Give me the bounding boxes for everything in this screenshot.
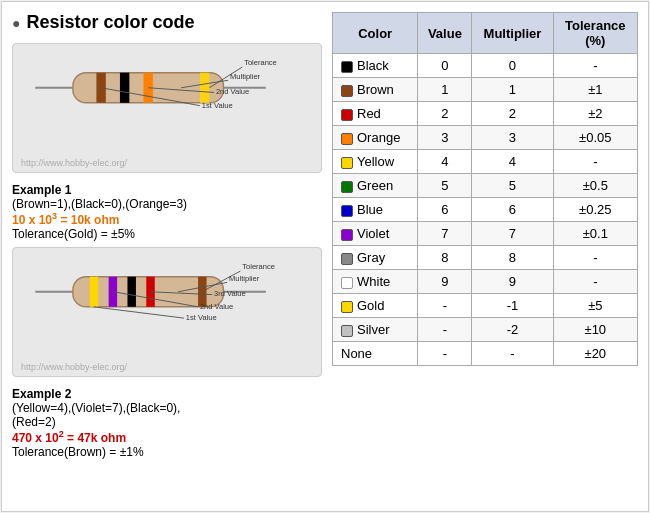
example2-formula: (Yellow=4),(Violet=7),(Black=0), — [12, 401, 322, 415]
example1-calc-suffix: = 10k ohm — [57, 213, 119, 227]
example1-calc: 10 x 103 = 10k ohm — [12, 211, 322, 227]
cell-color: Brown — [333, 78, 418, 102]
example2-box: Example 2 (Yellow=4),(Violet=7),(Black=0… — [12, 383, 322, 459]
table-row: Gray88- — [333, 246, 638, 270]
example1-title: Example 1 — [12, 183, 322, 197]
cell-color: Gray — [333, 246, 418, 270]
cell-tolerance: - — [553, 54, 637, 78]
cell-color: Blue — [333, 198, 418, 222]
resistor-url-1: http://www.hobby-elec.org/ — [21, 158, 127, 168]
color-swatch — [341, 181, 353, 193]
example2-calc: 470 x 102 = 47k ohm — [12, 429, 322, 445]
cell-value: 3 — [418, 126, 472, 150]
color-swatch — [341, 133, 353, 145]
table-row: Orange33±0.05 — [333, 126, 638, 150]
cell-tolerance: ±0.1 — [553, 222, 637, 246]
example2-tolerance: Tolerance(Brown) = ±1% — [12, 445, 322, 459]
cell-value: - — [418, 318, 472, 342]
resistor-diagram-2: Tolerance Multiplier 3rd Value 2nd Value… — [12, 247, 322, 377]
svg-rect-5 — [200, 73, 209, 103]
resistor-svg-2: Tolerance Multiplier 3rd Value 2nd Value… — [21, 256, 313, 336]
table-row: Blue66±0.25 — [333, 198, 638, 222]
color-swatch — [341, 205, 353, 217]
cell-multiplier: -1 — [472, 294, 553, 318]
color-swatch — [341, 277, 353, 289]
cell-multiplier: 0 — [472, 54, 553, 78]
cell-value: 7 — [418, 222, 472, 246]
color-swatch — [341, 61, 353, 73]
example1-tolerance: Tolerance(Gold) = ±5% — [12, 227, 322, 241]
example1-formula: (Brown=1),(Black=0),(Orange=3) — [12, 197, 322, 211]
cell-color: Gold — [333, 294, 418, 318]
color-swatch — [341, 85, 353, 97]
cell-color: Yellow — [333, 150, 418, 174]
cell-value: 1 — [418, 78, 472, 102]
cell-tolerance: ±5 — [553, 294, 637, 318]
main-container: ● Resistor color code Tolerance — [1, 1, 649, 512]
table-header-row: Color Value Multiplier Tolerance(%) — [333, 13, 638, 54]
cell-value: - — [418, 294, 472, 318]
left-panel: ● Resistor color code Tolerance — [12, 12, 322, 501]
cell-color: Red — [333, 102, 418, 126]
page-title: ● Resistor color code — [12, 12, 322, 33]
right-panel: Color Value Multiplier Tolerance(%) Blac… — [332, 12, 638, 501]
table-row: Black00- — [333, 54, 638, 78]
svg-rect-3 — [120, 73, 129, 103]
example2-title: Example 2 — [12, 387, 322, 401]
cell-multiplier: 1 — [472, 78, 553, 102]
table-row: None--±20 — [333, 342, 638, 366]
cell-tolerance: ±0.5 — [553, 174, 637, 198]
table-row: Silver--2±10 — [333, 318, 638, 342]
cell-color: Violet — [333, 222, 418, 246]
table-row: Green55±0.5 — [333, 174, 638, 198]
svg-text:Multiplier: Multiplier — [229, 274, 260, 283]
svg-text:Multiplier: Multiplier — [230, 72, 261, 81]
cell-tolerance: ±0.05 — [553, 126, 637, 150]
svg-text:3rd Value: 3rd Value — [214, 289, 246, 298]
cell-color: Orange — [333, 126, 418, 150]
cell-value: 4 — [418, 150, 472, 174]
cell-multiplier: -2 — [472, 318, 553, 342]
col-value: Value — [418, 13, 472, 54]
table-row: Gold--1±5 — [333, 294, 638, 318]
svg-text:Tolerance: Tolerance — [242, 262, 275, 271]
color-swatch — [341, 229, 353, 241]
cell-value: 0 — [418, 54, 472, 78]
color-swatch — [341, 253, 353, 265]
cell-multiplier: 7 — [472, 222, 553, 246]
resistor-diagram-1: Tolerance Multiplier 2nd Value 1st Value… — [12, 43, 322, 173]
table-row: Violet77±0.1 — [333, 222, 638, 246]
cell-value: 6 — [418, 198, 472, 222]
cell-tolerance: - — [553, 246, 637, 270]
cell-multiplier: 5 — [472, 174, 553, 198]
table-row: Yellow44- — [333, 150, 638, 174]
example2-calc-suffix: = 47k ohm — [64, 431, 126, 445]
table-row: Brown11±1 — [333, 78, 638, 102]
cell-value: 2 — [418, 102, 472, 126]
cell-multiplier: 2 — [472, 102, 553, 126]
example1-calc-prefix: 10 x 10 — [12, 213, 52, 227]
cell-tolerance: ±10 — [553, 318, 637, 342]
col-color: Color — [333, 13, 418, 54]
cell-color: White — [333, 270, 418, 294]
color-code-table: Color Value Multiplier Tolerance(%) Blac… — [332, 12, 638, 366]
color-swatch — [341, 109, 353, 121]
svg-line-31 — [94, 307, 184, 318]
cell-color: Silver — [333, 318, 418, 342]
cell-multiplier: 8 — [472, 246, 553, 270]
svg-text:1st Value: 1st Value — [202, 101, 233, 110]
svg-text:2nd Value: 2nd Value — [216, 87, 249, 96]
table-row: Red22±2 — [333, 102, 638, 126]
col-tolerance: Tolerance(%) — [553, 13, 637, 54]
cell-multiplier: 9 — [472, 270, 553, 294]
cell-tolerance: ±1 — [553, 78, 637, 102]
cell-multiplier: 6 — [472, 198, 553, 222]
example2-calc-prefix: 470 x 10 — [12, 431, 59, 445]
cell-color: Black — [333, 54, 418, 78]
cell-tolerance: ±2 — [553, 102, 637, 126]
color-swatch — [341, 325, 353, 337]
cell-tolerance: - — [553, 270, 637, 294]
example1-box: Example 1 (Brown=1),(Black=0),(Orange=3)… — [12, 179, 322, 241]
cell-value: - — [418, 342, 472, 366]
cell-color: None — [333, 342, 418, 366]
